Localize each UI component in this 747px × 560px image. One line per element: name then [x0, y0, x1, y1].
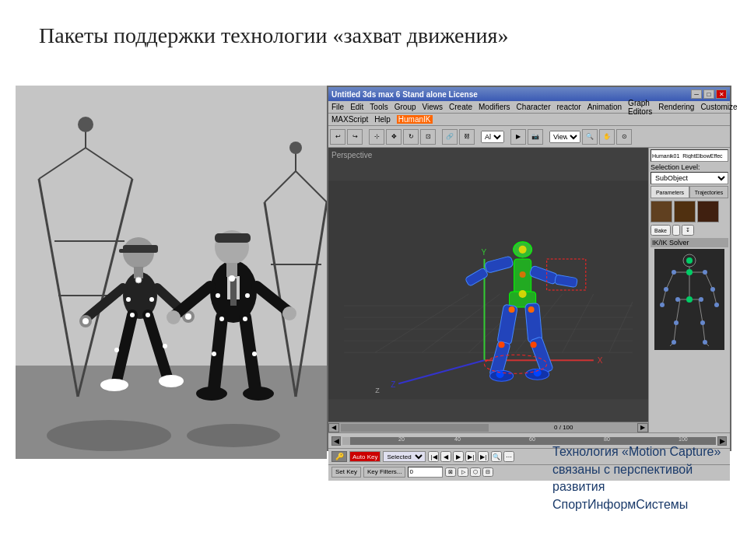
right-controls: 🔍 ⋯ [491, 451, 514, 462]
tb-undo[interactable]: ↩ [330, 129, 345, 145]
svg-point-95 [519, 246, 527, 254]
svg-point-37 [149, 297, 154, 302]
tab-trajectories[interactable]: Trajectories [689, 186, 728, 198]
status-b1[interactable]: ⊠ [445, 467, 456, 477]
svg-point-55 [243, 387, 274, 401]
tb-redo[interactable]: ↪ [347, 129, 363, 145]
tb-orbit[interactable]: ⊙ [616, 129, 632, 145]
svg-point-97 [519, 290, 527, 298]
menu-views[interactable]: Views [423, 103, 444, 111]
maximize-button[interactable]: □ [703, 89, 714, 99]
menu-animation[interactable]: Animation [587, 103, 622, 111]
tb-rotate[interactable]: ↻ [403, 129, 419, 145]
search-btn[interactable]: 🔍 [491, 451, 502, 462]
status-b2[interactable]: ▷ [458, 467, 468, 477]
bake-row: Bake ↧ [651, 225, 728, 236]
scroll-left[interactable]: ◀ [328, 423, 339, 432]
sub-object-dropdown[interactable]: SubObject [651, 172, 728, 184]
status-b4[interactable]: ⊟ [482, 467, 493, 477]
menu-group[interactable]: Group [395, 103, 416, 111]
max-window: Untitled 3ds max 6 Stand alone License ─… [327, 86, 731, 451]
svg-text:Y: Y [481, 248, 486, 257]
minimize-button[interactable]: ─ [691, 89, 702, 99]
svg-rect-23 [119, 249, 131, 253]
setkey-button[interactable]: Set Key [331, 467, 361, 478]
menu-create[interactable]: Create [449, 103, 472, 111]
menu-file[interactable]: File [331, 103, 344, 111]
timeline-thumb[interactable] [342, 437, 350, 445]
menu-humanik[interactable]: HumanIK [397, 115, 433, 124]
tb-pan[interactable]: ✋ [599, 129, 615, 145]
dropdown-view[interactable]: View [549, 131, 580, 143]
svg-point-96 [520, 271, 526, 278]
bake-button[interactable]: Bake [651, 225, 671, 236]
svg-point-38 [130, 313, 135, 317]
svg-point-103 [534, 369, 542, 376]
svg-text:Z: Z [391, 380, 395, 389]
scroll-right[interactable]: ▶ [637, 423, 648, 432]
thumb-1[interactable] [651, 201, 672, 222]
go-start[interactable]: |◀ [428, 451, 439, 462]
go-end[interactable]: ▶| [478, 451, 489, 462]
object-name-field[interactable] [651, 149, 728, 162]
menu-modifiers[interactable]: Modifiers [479, 103, 510, 111]
svg-rect-44 [230, 278, 237, 306]
viewport-scrollbar[interactable]: ◀ 0 / 100 ▶ [328, 422, 648, 432]
prev-frame[interactable]: ◀ [440, 451, 451, 462]
svg-point-123 [686, 269, 693, 275]
svg-point-62 [252, 352, 257, 356]
viewport-perspective[interactable]: Perspective [328, 148, 648, 432]
svg-text:Z: Z [375, 387, 380, 394]
svg-rect-46 [215, 233, 251, 243]
tb-unlink[interactable]: ⛓ [459, 129, 475, 145]
tb-render[interactable]: ▶ [510, 129, 526, 145]
keyfilters-button[interactable]: Key Filters... [363, 467, 405, 478]
window-titlebar: Untitled 3ds max 6 Stand alone License ─… [328, 87, 730, 101]
menu-character[interactable]: Character [517, 103, 551, 111]
svg-point-60 [243, 317, 247, 321]
svg-point-132 [699, 297, 703, 302]
menu-graph[interactable]: Graph Editors [628, 99, 652, 116]
svg-point-101 [531, 341, 537, 348]
svg-point-130 [686, 296, 693, 303]
menu-help[interactable]: Help [374, 115, 391, 124]
skeleton-preview [654, 249, 724, 350]
menu-edit[interactable]: Edit [350, 103, 363, 111]
extra-status-buttons: ⊠ ▷ ⬡ ⊟ [445, 467, 493, 477]
tb-camera[interactable]: 📷 [528, 129, 543, 145]
close-button[interactable]: ✕ [716, 89, 727, 99]
bake3-button[interactable]: ↧ [682, 225, 694, 236]
menu-maxscript[interactable]: MAXScript [331, 115, 368, 124]
svg-point-59 [219, 317, 224, 321]
tb-scale[interactable]: ⊡ [420, 129, 436, 145]
tb-select[interactable]: ⊹ [369, 129, 384, 145]
svg-point-34 [159, 375, 184, 387]
svg-point-127 [710, 287, 715, 292]
menu-rendering[interactable]: Rendering [658, 103, 694, 111]
timeline-prev[interactable]: ◀ [331, 436, 341, 446]
svg-point-54 [196, 387, 227, 401]
autokey-button[interactable]: Auto Key [349, 451, 381, 462]
svg-point-36 [126, 297, 131, 302]
scroll-track[interactable] [341, 424, 489, 432]
dropdown-all[interactable]: All [481, 131, 504, 143]
menu-customize[interactable]: Customize [700, 103, 737, 111]
tb-move[interactable]: ✥ [386, 129, 402, 145]
selected-dropdown[interactable]: Selected [383, 451, 426, 462]
thumb-3[interactable] [697, 201, 719, 222]
svg-point-99 [528, 306, 535, 313]
frame-number-input[interactable] [408, 467, 443, 478]
thumb-2[interactable] [674, 201, 696, 222]
bake2-button[interactable] [672, 225, 680, 236]
more-btn[interactable]: ⋯ [503, 451, 514, 462]
menu-reactor[interactable]: reactor [557, 103, 581, 111]
tab-parameters[interactable]: Parameters [651, 186, 689, 198]
tb-link[interactable]: 🔗 [442, 129, 458, 145]
status-b3[interactable]: ⬡ [470, 467, 481, 477]
next-frame[interactable]: ▶| [465, 451, 476, 462]
tb-zoom[interactable]: 🔍 [582, 129, 598, 145]
svg-point-39 [146, 313, 150, 317]
menu-tools[interactable]: Tools [370, 103, 388, 111]
svg-point-102 [496, 370, 504, 378]
play[interactable]: ▶ [453, 451, 464, 462]
